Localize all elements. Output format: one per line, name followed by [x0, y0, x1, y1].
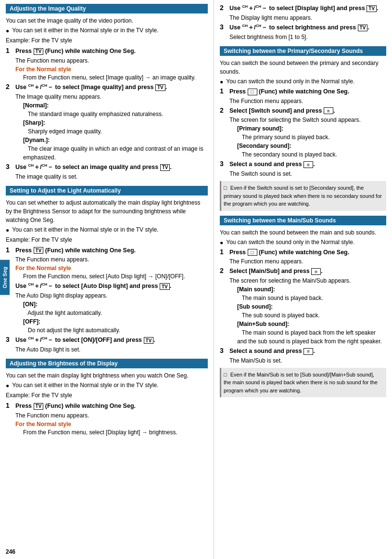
step-ps-title-1: Press □ (Func) while watching One Seg.	[229, 88, 349, 95]
m-key-ps-1: □	[248, 89, 257, 95]
intro-main-sub: You can switch the sound between the mai…	[220, 228, 386, 237]
step-ps-desc-3: The Switch sound is set.	[229, 169, 386, 178]
step-3-image-quality: 3 Use CH＋/CH－ to select an image quality…	[6, 163, 208, 181]
step-br-number-1: 1	[6, 402, 13, 409]
bullet-text-image-quality: You can set it either in the Normal styl…	[12, 27, 158, 34]
step-al-content-1: Press TV (Func) while watching One Seg. …	[15, 246, 208, 281]
bullet-text-primary-secondary: You can switch the sound only in the Nor…	[226, 78, 354, 85]
step-ps-title-3: Select a sound and press ≡.	[229, 161, 315, 168]
step-br-desc-1: The Function menu appears.	[15, 411, 208, 420]
step-number-1: 1	[6, 47, 13, 54]
normal-style-label-al-1: For the Normal style	[15, 265, 208, 272]
step-al-desc-2: The Auto Disp light display appears.	[15, 291, 208, 300]
step-content-1: Press TV (Func) while watching One Seg. …	[15, 47, 208, 82]
bullet-text-auto-light: You can set it either in the Normal styl…	[12, 226, 158, 233]
sub-item-dynam: [Dynam.]: The clear image quality in whi…	[23, 136, 208, 162]
sub-item-normal: [Normal]: The standard image quality emp…	[23, 101, 208, 118]
step-al-desc-1: The Function menu appears.	[15, 255, 208, 264]
section-title-primary-secondary: Switching between the Primary/Secondary …	[224, 48, 363, 54]
normal-style-label-br-1: For the Normal style	[15, 421, 208, 428]
step-content-2: Use CH＋/CH－ to select [Image quality] an…	[15, 83, 208, 162]
step-3-ps: 3 Select a sound and press ≡. The Switch…	[220, 160, 386, 178]
step-3-ms: 3 Select a sound and press ≡. The Main/S…	[220, 347, 386, 365]
section-auto-light: Setting to Adjust the Light Automaticall…	[6, 186, 208, 354]
bullet-main-sub: ● You can switch the sound only in the N…	[220, 239, 386, 246]
step-1-image-quality: 1 Press TV (Func) while watching One Seg…	[6, 47, 208, 82]
step-al-content-2: Use CH＋/CH－ to select [Auto Disp light] …	[15, 282, 208, 335]
step-2-ps: 2 Select [Switch sound] and press ≡. The…	[220, 106, 386, 159]
step-ms-title-2: Select [Main/Sub] and press ≡.	[229, 268, 323, 274]
bullet-text-main-sub: You can switch the sound only in the Nor…	[226, 239, 354, 246]
bullet-text-brightness: You can set it either in the Normal styl…	[12, 382, 158, 389]
step-ps-desc-1: The Function menu appears.	[229, 97, 386, 105]
tv-key-al-1: TV	[34, 247, 44, 254]
step-al-title-1: Press TV (Func) while watching One Seg.	[15, 247, 136, 254]
step-br-number-2: 2	[220, 4, 227, 12]
brightness-cont: 2 Use CH＋/CH－ to select [Display light] …	[220, 4, 386, 41]
step-title-3: Use CH＋/CH－ to select an image quality a…	[15, 164, 172, 170]
section-title-image-quality: Adjusting the Image Quality	[10, 5, 86, 12]
section-header-image-quality: Adjusting the Image Quality	[6, 4, 208, 13]
step-br-content-1: Press TV (Func) while watching One Seg. …	[15, 402, 208, 437]
sub-item-main-sound: [Main sound]: The main sound is played b…	[237, 285, 386, 302]
normal-style-desc-1: From the Function menu, select [Image qu…	[23, 73, 208, 82]
step-3-auto-light: 3 Use CH＋/CH－ to select [ON]/[OFF] and p…	[6, 336, 208, 354]
right-column: 2 Use CH＋/CH－ to select [Display light] …	[214, 0, 392, 559]
step-ps-content-3: Select a sound and press ≡. The Switch s…	[229, 160, 386, 178]
bullet-dot: ●	[6, 27, 9, 34]
bullet-primary-secondary: ● You can switch the sound only in the N…	[220, 78, 386, 85]
step-ps-title-2: Select [Switch sound] and press ≡.	[229, 107, 335, 114]
step-br-title-3: Use CH＋/CH－ to select brightness and pre…	[229, 24, 369, 31]
note-text-ms: Even if the Main/Sub is set to [Sub soun…	[224, 372, 378, 393]
step-al-desc-3: The Auto Disp light is set.	[15, 345, 208, 354]
step-ps-number-2: 2	[220, 106, 227, 114]
section-header-auto-light: Setting to Adjust the Light Automaticall…	[6, 186, 208, 195]
step-desc-1: The Function menu appears.	[15, 56, 208, 65]
tv-key-br-1: TV	[34, 403, 44, 410]
bullet-dot-3: ●	[6, 382, 9, 389]
left-column: Adjusting the Image Quality You can set …	[0, 0, 214, 559]
menu-key-ms-2: ≡	[311, 268, 321, 275]
menu-key-ms-3: ≡	[303, 348, 313, 355]
section-image-quality: Adjusting the Image Quality You can set …	[6, 4, 208, 181]
sub-item-primary-sound: [Primary sound]: The primary sound is pl…	[237, 124, 386, 142]
note-ms: □ Even if the Main/Sub is set to [Sub so…	[220, 368, 386, 398]
step-al-number-1: 1	[6, 246, 13, 254]
bullet-dot-2: ●	[6, 227, 9, 234]
step-ms-content-3: Select a sound and press ≡. The Main/Sub…	[229, 347, 386, 365]
note-icon-ms: □	[224, 371, 227, 379]
step-br-desc-3: Select brightness from [1 to 5].	[229, 33, 386, 41]
step-br-title-1: Press TV (Func) while watching One Seg.	[15, 403, 136, 409]
bullet-auto-light: ● You can set it either in the Normal st…	[6, 226, 208, 234]
step-ms-desc-2: The screen for selecting the Main/Sub ap…	[229, 276, 386, 285]
sub-items-ps-2: [Primary sound]: The primary sound is pl…	[237, 124, 386, 159]
bullet-brightness: ● You can set it either in the Normal st…	[6, 382, 208, 389]
step-ps-content-2: Select [Switch sound] and press ≡. The s…	[229, 106, 386, 159]
step-title-2: Use CH＋/CH－ to select [Image quality] an…	[15, 84, 167, 91]
sidebar-tab: One Seg	[0, 260, 10, 295]
example-brightness: Example: For the TV style	[6, 391, 208, 400]
step-ms-number-1: 1	[220, 248, 227, 256]
menu-key-ps-2: ≡	[324, 107, 333, 114]
section-title-auto-light: Setting to Adjust the Light Automaticall…	[10, 187, 121, 194]
section-primary-secondary: Switching between the Primary/Secondary …	[220, 46, 386, 211]
sub-item-off: [OFF]: Do not adjust the light automatic…	[23, 317, 208, 335]
step-al-title-3: Use CH＋/CH－ to select [ON]/[OFF] and pre…	[15, 337, 155, 343]
normal-style-desc-br-1: From the Function menu, select [Display …	[23, 428, 208, 437]
step-title-1: Press TV (Func) while watching One Seg.	[15, 48, 136, 54]
step-ms-title-1: Press □ (Func) while watching One Seg.	[229, 249, 349, 256]
page-number: 246	[6, 548, 15, 555]
bullet-image-quality: ● You can set it either in the Normal st…	[6, 27, 208, 34]
sub-item-main-sub-sound: [Main+Sub sound]: The main sound is play…	[237, 320, 386, 346]
menu-key-ps-3: ≡	[303, 161, 313, 168]
step-number-2: 2	[6, 83, 13, 91]
tv-key-3: TV	[160, 164, 170, 171]
step-ms-content-2: Select [Main/Sub] and press ≡. The scree…	[229, 267, 386, 346]
section-main-sub: Switching between the Main/Sub Sounds Yo…	[220, 216, 386, 398]
step-br-content-2: Use CH＋/CH－ to select [Display light] an…	[229, 4, 386, 22]
normal-style-desc-al-1: From the Function menu, select [Auto Dis…	[23, 272, 208, 281]
step-ms-number-3: 3	[220, 347, 227, 354]
example-auto-light: Example: For the TV style	[6, 235, 208, 244]
sub-items-2: [Normal]: The standard image quality emp…	[23, 101, 208, 162]
step-ms-title-3: Select a sound and press ≡.	[229, 348, 315, 354]
